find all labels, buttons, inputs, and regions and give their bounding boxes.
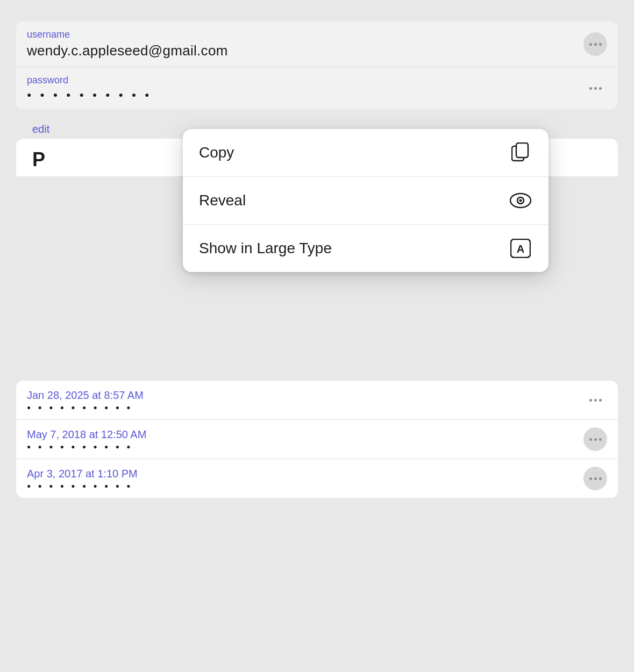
history-more-button-1[interactable] bbox=[583, 388, 607, 412]
three-dots-icon-h3 bbox=[589, 477, 602, 480]
username-label: username bbox=[27, 29, 228, 40]
username-more-button[interactable] bbox=[583, 32, 607, 56]
history-entry-1: Jan 28, 2025 at 8:57 AM ● ● ● ● ● ● ● ● … bbox=[27, 389, 144, 411]
password-content: password ● ● ● ● ● ● ● ● ● ● bbox=[27, 75, 153, 102]
username-value: wendy.c.appleseed@gmail.com bbox=[27, 42, 228, 59]
password-label: password bbox=[27, 75, 153, 86]
history-dots-2: ● ● ● ● ● ● ● ● ● ● bbox=[27, 443, 146, 451]
password-history-section: Jan 28, 2025 at 8:57 AM ● ● ● ● ● ● ● ● … bbox=[16, 381, 618, 498]
history-more-button-3[interactable] bbox=[583, 467, 607, 490]
history-entry-2: May 7, 2018 at 12:50 AM ● ● ● ● ● ● ● ● … bbox=[27, 428, 146, 451]
svg-text:A: A bbox=[517, 243, 524, 255]
copy-icon bbox=[509, 141, 532, 165]
history-row-2: May 7, 2018 at 12:50 AM ● ● ● ● ● ● ● ● … bbox=[16, 420, 618, 459]
password-more-button[interactable] bbox=[583, 76, 607, 100]
history-dots-1: ● ● ● ● ● ● ● ● ● ● bbox=[27, 404, 144, 411]
history-row-1: Jan 28, 2025 at 8:57 AM ● ● ● ● ● ● ● ● … bbox=[16, 381, 618, 420]
main-background: username wendy.c.appleseed@gmail.com pas… bbox=[0, 0, 634, 672]
eye-icon bbox=[509, 189, 532, 212]
history-dots-3: ● ● ● ● ● ● ● ● ● ● bbox=[27, 482, 138, 490]
menu-item-reveal[interactable]: Reveal bbox=[183, 177, 548, 225]
svg-point-4 bbox=[519, 199, 522, 202]
big-p-text: P bbox=[32, 148, 45, 170]
three-dots-icon-h1 bbox=[589, 399, 602, 402]
large-type-icon: A bbox=[509, 237, 532, 260]
menu-reveal-label: Reveal bbox=[199, 192, 246, 209]
menu-item-copy[interactable]: Copy bbox=[183, 129, 548, 177]
history-row-3: Apr 3, 2017 at 1:10 PM ● ● ● ● ● ● ● ● ●… bbox=[16, 459, 618, 498]
edit-label[interactable]: edit bbox=[32, 123, 49, 135]
history-more-button-2[interactable] bbox=[583, 427, 607, 451]
three-dots-icon-h2 bbox=[589, 438, 602, 441]
svg-rect-1 bbox=[516, 143, 528, 158]
credential-section: username wendy.c.appleseed@gmail.com pas… bbox=[16, 22, 618, 109]
password-dots: ● ● ● ● ● ● ● ● ● ● bbox=[27, 88, 153, 102]
history-date-2: May 7, 2018 at 12:50 AM bbox=[27, 428, 146, 441]
context-menu: Copy Reveal Show in Large Type bbox=[183, 129, 548, 272]
menu-large-type-label: Show in Large Type bbox=[199, 240, 332, 257]
three-dots-icon bbox=[589, 43, 602, 46]
menu-copy-label: Copy bbox=[199, 144, 234, 161]
history-entry-3: Apr 3, 2017 at 1:10 PM ● ● ● ● ● ● ● ● ●… bbox=[27, 468, 138, 490]
password-row: password ● ● ● ● ● ● ● ● ● ● bbox=[16, 67, 618, 109]
history-date-3: Apr 3, 2017 at 1:10 PM bbox=[27, 468, 138, 480]
history-date-1: Jan 28, 2025 at 8:57 AM bbox=[27, 389, 144, 402]
history-card: Jan 28, 2025 at 8:57 AM ● ● ● ● ● ● ● ● … bbox=[16, 381, 618, 498]
username-row: username wendy.c.appleseed@gmail.com bbox=[16, 22, 618, 67]
username-content: username wendy.c.appleseed@gmail.com bbox=[27, 29, 228, 59]
three-dots-icon-2 bbox=[589, 87, 602, 90]
menu-item-large-type[interactable]: Show in Large Type A bbox=[183, 225, 548, 272]
